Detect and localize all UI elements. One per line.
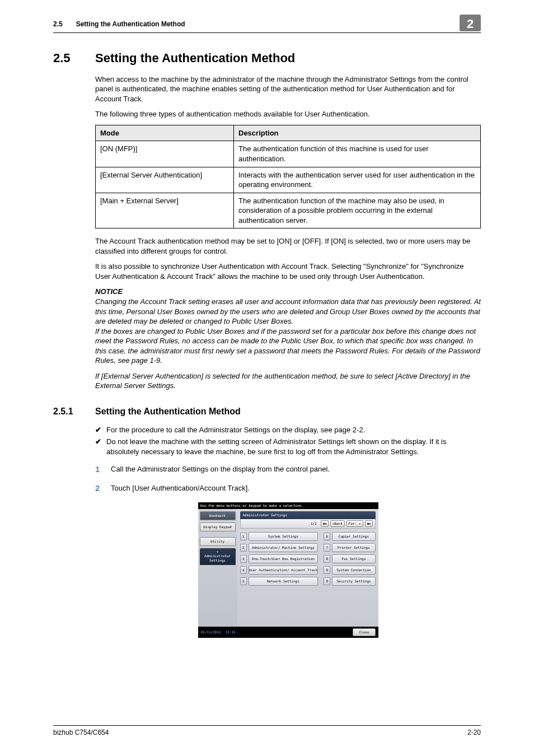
menu-button-security-settings[interactable]: Security Settings	[332, 577, 375, 586]
menu-item: 7Printer Settings	[324, 543, 375, 552]
footer-page-number: 2-20	[467, 728, 481, 737]
list-item: ✔Do not leave the machine with the setti…	[95, 437, 481, 456]
intro-paragraph-1: When access to the machine by the admini…	[95, 74, 481, 104]
menu-number: 1	[240, 533, 247, 540]
menu-item: 1System Settings	[240, 532, 318, 541]
step-number: 1	[95, 464, 111, 475]
cell-desc: The authentication function of the machi…	[234, 193, 481, 228]
cell-mode: [External Server Authentication]	[96, 167, 234, 193]
prereq-list: ✔For the procedure to call the Administr…	[95, 425, 481, 457]
th-mode: Mode	[96, 125, 234, 141]
menu-item: 4User Authentication/ Account Track	[240, 566, 318, 575]
paragraph: It is also possible to synchronize User …	[95, 262, 481, 281]
cell-desc: The authentication function of this mach…	[234, 141, 481, 167]
checkmark-icon: ✔	[95, 437, 106, 456]
page-indicator: 1/2	[311, 521, 317, 526]
table-row: [External Server Authentication] Interac…	[96, 167, 481, 193]
menu-item: 9System Connection	[324, 566, 375, 575]
menu-button-system-connection[interactable]: System Connection	[332, 566, 375, 575]
menu-button-onetouch-userbox[interactable]: One-Touch/User Box Registration	[249, 554, 318, 563]
table-row: [Main + External Server] The authenticat…	[96, 193, 481, 228]
step-text: Call the Administrator Settings on the d…	[111, 464, 481, 475]
menu-number: 9	[324, 566, 330, 574]
cell-mode: [ON (MFP)]	[96, 141, 234, 167]
first-page-button[interactable]: ⏮	[321, 520, 329, 527]
checkmark-icon: ✔	[95, 425, 106, 435]
menu-button-system-settings[interactable]: System Settings	[249, 532, 318, 541]
mfp-left-tabs: Bookmark Display Keypad Utility ▾ Admini…	[198, 509, 237, 627]
tab-bookmark[interactable]: Bookmark	[200, 511, 236, 520]
mfp-menu-grid: 1System Settings 6Copier Settings 2Admin…	[240, 532, 376, 586]
section-number: 2.5	[53, 50, 95, 67]
menu-button-admin-machine[interactable]: Administrator/ Machine Settings	[249, 543, 318, 552]
menu-number: 3	[240, 555, 247, 563]
last-page-button[interactable]: ⏭	[365, 520, 373, 527]
mfp-screenshot: Use the menu buttons or keypad to make a…	[198, 502, 378, 638]
menu-button-fax-settings[interactable]: Fax Settings	[332, 554, 375, 563]
chapter-number-badge: 2	[460, 15, 481, 31]
tab-utility[interactable]: Utility	[200, 537, 236, 546]
step-item: 1 Call the Administrator Settings on the…	[95, 464, 481, 475]
paragraph: The Account Track authentication method …	[95, 236, 481, 256]
menu-number: 5	[240, 577, 247, 585]
menu-item: 0Security Settings	[324, 577, 375, 586]
subsection-title: Setting the Authentication Method	[95, 405, 241, 418]
menu-button-printer-settings[interactable]: Printer Settings	[332, 543, 375, 552]
list-item: ✔For the procedure to call the Administr…	[95, 425, 481, 435]
menu-number: 6	[324, 533, 330, 540]
menu-button-network-settings[interactable]: Network Settings	[249, 577, 318, 586]
menu-number: 0	[324, 577, 330, 585]
running-header: 2.5 Setting the Authentication Method 2	[53, 17, 481, 33]
mfp-paging-bar: 1/2 ⏮ ↞Back For- ↠ ⏭	[240, 519, 376, 529]
mfp-footer: 01/11/2012 15:15 Close	[198, 627, 378, 638]
menu-button-user-auth-account-track[interactable]: User Authentication/ Account Track	[249, 566, 318, 575]
section-heading: 2.5 Setting the Authentication Method	[53, 50, 481, 67]
notice-paragraph: Changing the Account Track setting erase…	[95, 297, 481, 326]
mfp-date: 01/11/2012	[201, 630, 221, 634]
menu-item: 6Copier Settings	[324, 532, 375, 541]
th-description: Description	[234, 125, 481, 141]
subsection-heading: 2.5.1 Setting the Authentication Method	[53, 405, 481, 418]
mfp-time: 15:15	[226, 630, 236, 634]
menu-button-copier-settings[interactable]: Copier Settings	[332, 532, 375, 541]
cell-desc: Interacts with the authentication server…	[234, 167, 481, 193]
intro-paragraph-2: The following three types of authenticat…	[95, 109, 481, 119]
rh-section-title: Setting the Authentication Method	[76, 20, 460, 29]
footer-model: bizhub C754/C654	[53, 728, 109, 737]
menu-item: 3One-Touch/User Box Registration	[240, 554, 318, 563]
section-title: Setting the Authentication Method	[95, 50, 295, 67]
notice-label: NOTICE	[95, 287, 481, 297]
rh-section-number: 2.5	[53, 20, 63, 29]
menu-number: 2	[240, 544, 247, 552]
menu-item: 8Fax Settings	[324, 554, 375, 563]
menu-number: 8	[324, 555, 330, 563]
step-number: 2	[95, 483, 111, 494]
page-footer: bizhub C754/C654 2-20	[53, 725, 481, 737]
cell-mode: [Main + External Server]	[96, 193, 234, 228]
forward-button[interactable]: For- ↠	[346, 520, 363, 527]
mfp-instruction-bar: Use the menu buttons or keypad to make a…	[198, 502, 378, 509]
auth-modes-table: Mode Description [ON (MFP)] The authenti…	[95, 125, 481, 228]
menu-number: 4	[240, 566, 247, 574]
step-item: 2 Touch [User Authentication/Account Tra…	[95, 483, 481, 494]
back-button[interactable]: ↞Back	[330, 520, 345, 527]
close-button[interactable]: Close	[353, 628, 375, 636]
menu-item: 2Administrator/ Machine Settings	[240, 543, 318, 552]
menu-number: 7	[324, 544, 330, 552]
step-text: Touch [User Authentication/Account Track…	[111, 483, 481, 494]
tab-admin-settings[interactable]: ▾ Administrator Settings	[200, 548, 236, 565]
notice-paragraph: If [External Server Authentication] is s…	[95, 371, 481, 391]
mfp-panel-title: Administrator Settings	[240, 511, 376, 519]
subsection-number: 2.5.1	[53, 405, 95, 418]
tab-display-keypad[interactable]: Display Keypad	[200, 522, 236, 531]
table-row: [ON (MFP)] The authentication function o…	[96, 141, 481, 167]
menu-item: 5Network Settings	[240, 577, 318, 586]
notice-paragraph: If the boxes are changed to Public User …	[95, 326, 481, 366]
